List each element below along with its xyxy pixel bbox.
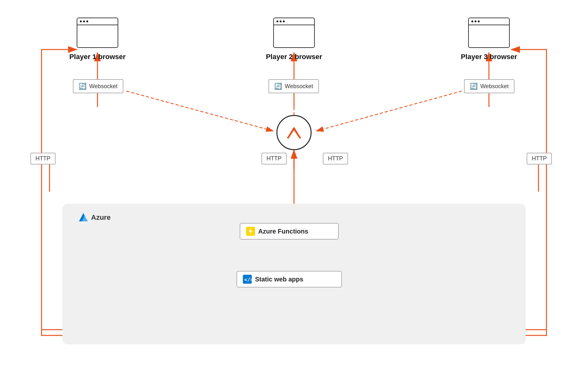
static-web-apps-label: Static web apps (255, 276, 303, 283)
static-web-apps-icon: </> (243, 275, 252, 284)
websocket1-label: Websocket (89, 83, 118, 90)
diagram-container: Player 1 browser Player 2 browser Player… (0, 0, 588, 391)
azure-logo-icon (78, 212, 89, 223)
player3-browser-icon (468, 18, 510, 48)
pubsub-circle (276, 115, 312, 150)
svg-text:</>: </> (244, 277, 252, 283)
websocket3-label: Websocket (480, 83, 509, 90)
static-web-apps-box: </> Static web apps (236, 271, 342, 288)
player3-label: Player 3 browser (447, 53, 530, 61)
azure-functions-icon (246, 227, 255, 236)
http3-box: HTTP (323, 153, 348, 165)
azure-label-text: Azure (91, 213, 111, 222)
http4-label: HTTP (532, 155, 547, 162)
pubsub-logo (284, 123, 304, 142)
websocket1-icon: 🔄 (79, 82, 87, 90)
svg-line-7 (316, 91, 462, 131)
player1-browser-icon (77, 18, 118, 48)
azure-functions-box: Azure Functions (240, 223, 339, 240)
http3-label: HTTP (328, 155, 343, 162)
http2-box: HTTP (261, 153, 287, 165)
http1-label: HTTP (35, 155, 50, 162)
websocket2-icon: 🔄 (274, 82, 282, 90)
websocket2-label: Websocket (285, 83, 313, 90)
player2-label: Player 2 browser (252, 53, 336, 61)
azure-functions-label: Azure Functions (258, 228, 308, 235)
player1-label: Player 1 browser (56, 53, 139, 61)
websocket3-icon: 🔄 (470, 82, 478, 90)
azure-region-label: Azure (78, 212, 111, 223)
player2-browser-icon (273, 18, 315, 48)
http4-box: HTTP (527, 153, 552, 165)
http1-box: HTTP (30, 153, 56, 165)
websocket2-box: 🔄 Websocket (268, 79, 319, 93)
http2-label: HTTP (267, 155, 282, 162)
svg-line-5 (126, 91, 273, 131)
websocket3-box: 🔄 Websocket (464, 79, 514, 93)
websocket1-box: 🔄 Websocket (73, 79, 123, 93)
